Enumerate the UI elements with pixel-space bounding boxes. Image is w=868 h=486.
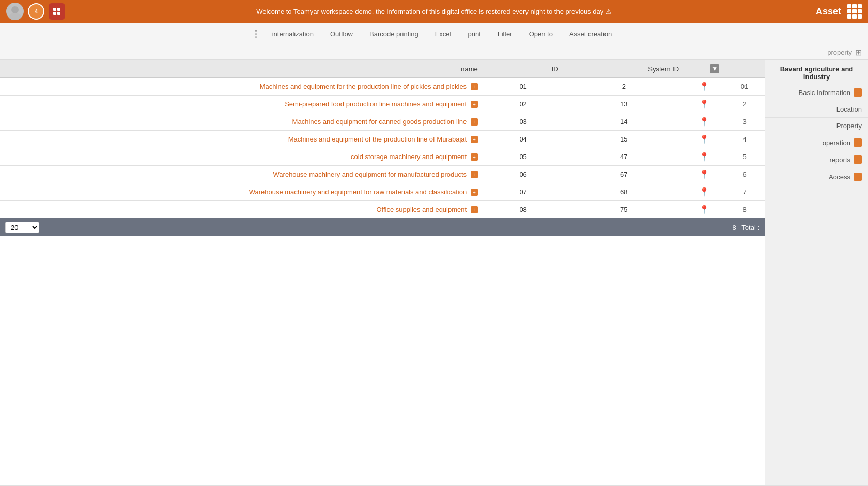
add-icon[interactable]: + <box>471 206 478 213</box>
right-panel-item-reports[interactable]: reports+ <box>765 151 868 168</box>
add-icon[interactable]: + <box>471 83 478 90</box>
row-map[interactable]: 📍 <box>684 183 724 201</box>
expand-icon[interactable]: + <box>854 138 862 147</box>
row-map[interactable]: 📍 <box>684 113 724 131</box>
row-id: 08 <box>483 201 564 218</box>
location-pin-icon[interactable]: 📍 <box>699 169 709 179</box>
table-row: cold storage machinery and equipment + 0… <box>0 148 765 166</box>
col-header-sysid: System ID <box>564 60 685 78</box>
right-panel-item-property[interactable]: Property <box>765 118 868 134</box>
row-name[interactable]: Machines and equipment for canned goods … <box>0 113 483 131</box>
location-pin-icon[interactable]: 📍 <box>699 205 709 214</box>
print-button[interactable]: print <box>464 28 484 40</box>
add-icon[interactable]: + <box>471 118 478 126</box>
row-sysid: 47 <box>564 148 685 166</box>
row-name[interactable]: Machines and equipment of the production… <box>0 131 483 148</box>
column-collapse-button[interactable]: ▼ <box>710 64 719 73</box>
row-map[interactable]: 📍 <box>684 131 724 148</box>
grid-menu-icon[interactable] <box>847 4 862 19</box>
per-page-select[interactable]: 20 10 50 100 <box>5 222 39 233</box>
property-label: property <box>827 49 852 56</box>
row-sysid: 14 <box>564 113 685 131</box>
add-icon[interactable]: + <box>471 189 478 196</box>
toolbar: internalization Outflow Barcode printing… <box>0 23 868 45</box>
location-pin-icon[interactable]: 📍 <box>699 82 709 91</box>
open-to-button[interactable]: Open to <box>526 28 556 40</box>
topbar-left: 4 <box>6 3 65 20</box>
add-icon[interactable]: + <box>471 136 478 143</box>
col-header-filter[interactable]: ▼ <box>684 60 724 78</box>
location-pin-icon[interactable]: 📍 <box>699 134 709 144</box>
col-header-num <box>724 60 765 78</box>
right-panel-item-location[interactable]: Location <box>765 101 868 118</box>
svg-rect-2 <box>53 8 56 11</box>
row-sysid: 75 <box>564 201 685 218</box>
panel-item-label: reports <box>830 156 850 164</box>
table-row: Warehouse machinery and equipment for ma… <box>0 166 765 183</box>
asset-creation-button[interactable]: Asset creation <box>566 28 615 40</box>
expand-icon[interactable]: + <box>854 155 862 164</box>
panel-item-label: Location <box>836 105 862 113</box>
add-icon[interactable]: + <box>471 153 478 161</box>
filter-button[interactable]: Filter <box>494 28 516 40</box>
location-pin-icon[interactable]: 📍 <box>699 99 709 109</box>
app-icon[interactable] <box>49 3 65 20</box>
add-icon[interactable]: + <box>471 101 478 108</box>
row-map[interactable]: 📍 <box>684 96 724 113</box>
right-panel-item-access[interactable]: Access+ <box>765 168 868 185</box>
per-page-container: 20 10 50 100 <box>5 222 39 233</box>
collapse-icon[interactable]: − <box>854 88 862 97</box>
row-id: 05 <box>483 148 564 166</box>
panel-item-label: Property <box>836 122 862 130</box>
table-row: Semi-prepared food production line machi… <box>0 96 765 113</box>
row-name[interactable]: cold storage machinery and equipment + <box>0 148 483 166</box>
row-map[interactable]: 📍 <box>684 148 724 166</box>
row-num: 3 <box>724 113 765 131</box>
right-panel-item-basic_info[interactable]: Basic Information− <box>765 84 868 101</box>
row-sysid: 67 <box>564 166 685 183</box>
notification-badge[interactable]: 4 <box>28 3 44 20</box>
svg-rect-3 <box>57 8 60 11</box>
row-sysid: 68 <box>564 183 685 201</box>
row-sysid: 15 <box>564 131 685 148</box>
row-map[interactable]: 📍 <box>684 166 724 183</box>
row-name[interactable]: Office supplies and equipment + <box>0 201 483 218</box>
barcode-printing-button[interactable]: Barcode printing <box>366 28 422 40</box>
row-id: 01 <box>483 78 564 96</box>
row-name[interactable]: Semi-prepared food production line machi… <box>0 96 483 113</box>
add-icon[interactable]: + <box>471 171 478 178</box>
row-id: 03 <box>483 113 564 131</box>
row-name[interactable]: Warehouse machinery and equipment for ma… <box>0 166 483 183</box>
row-name[interactable]: Warehouse machinery and equipment for ra… <box>0 183 483 201</box>
right-panel: Bavard agriculture and industry Basic In… <box>765 60 868 485</box>
avatar[interactable] <box>6 3 24 20</box>
asset-table: name ID System ID ▼ Machines and eq <box>0 60 765 218</box>
svg-point-0 <box>11 6 19 13</box>
expand-icon[interactable]: + <box>854 173 862 181</box>
row-num: 01 <box>724 78 765 96</box>
right-panel-item-operation[interactable]: operation+ <box>765 134 868 151</box>
outflow-button[interactable]: Outflow <box>327 28 356 40</box>
view-toggle-icon[interactable]: ⊞ <box>855 48 862 57</box>
row-num: 8 <box>724 201 765 218</box>
table-row: Machines and equipment of the production… <box>0 131 765 148</box>
panel-item-label: operation <box>823 139 850 147</box>
excel-button[interactable]: Excel <box>432 28 455 40</box>
row-sysid: 2 <box>564 78 685 96</box>
row-map[interactable]: 📍 <box>684 201 724 218</box>
row-map[interactable]: 📍 <box>684 78 724 96</box>
table-row: Machines and equipment for canned goods … <box>0 113 765 131</box>
three-dots-menu[interactable] <box>253 28 259 40</box>
topbar: 4 Welcome to Teamyar workspace demo, the… <box>0 0 868 23</box>
internalization-button[interactable]: internalization <box>269 28 317 40</box>
location-pin-icon[interactable]: 📍 <box>699 117 709 127</box>
row-num: 2 <box>724 96 765 113</box>
right-panel-title: Bavard agriculture and industry <box>765 60 868 84</box>
location-pin-icon[interactable]: 📍 <box>699 152 709 162</box>
table-footer: 20 10 50 100 8 Total : <box>0 218 765 236</box>
location-pin-icon[interactable]: 📍 <box>699 187 709 197</box>
row-name[interactable]: Machines and equipment for the productio… <box>0 78 483 96</box>
table-row: Machines and equipment for the productio… <box>0 78 765 96</box>
svg-rect-5 <box>57 12 60 15</box>
banner-text: Welcome to Teamyar workspace demo, the i… <box>256 8 612 15</box>
